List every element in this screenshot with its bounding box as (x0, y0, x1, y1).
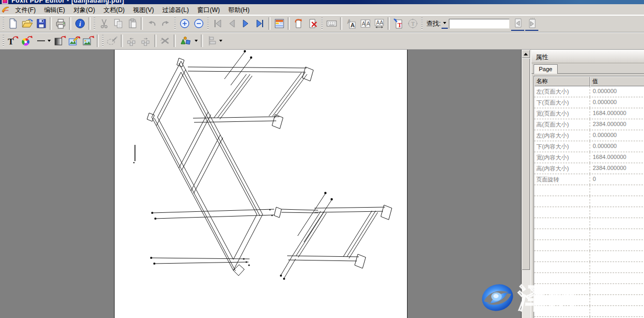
document-info-button[interactable]: i (73, 17, 86, 30)
table-row[interactable]: 左(页面大小) 0.000000 (534, 86, 644, 97)
document-canvas[interactable] (0, 50, 521, 318)
property-value[interactable]: 0.000000 (590, 97, 644, 108)
last-page-button[interactable] (253, 17, 266, 30)
page-thumbnails-button[interactable] (273, 17, 286, 30)
toolbar-drag-handle[interactable] (3, 35, 4, 47)
table-row[interactable]: 宽(页面大小) 1684.000000 (534, 108, 644, 119)
delete-page-button[interactable] (306, 17, 319, 30)
toolbar-drag-handle[interactable] (3, 18, 4, 30)
menu-item[interactable]: 窗口(W) (193, 5, 224, 15)
property-value[interactable]: 0.000000 (590, 141, 644, 152)
paste-button[interactable] (126, 17, 139, 30)
property-value[interactable]: 2384.000000 (590, 119, 644, 130)
first-page-button[interactable] (211, 17, 224, 30)
insert-text-button[interactable]: T (392, 17, 405, 30)
property-value[interactable]: 0 (590, 174, 644, 185)
previous-page-button[interactable] (225, 17, 238, 30)
find-previous-button[interactable] (511, 17, 524, 31)
property-value[interactable] (590, 196, 644, 207)
scroll-up-button[interactable] (522, 50, 530, 58)
table-row[interactable] (534, 229, 644, 240)
align-objects-button[interactable] (205, 35, 224, 48)
open-file-button[interactable] (20, 17, 33, 30)
table-row[interactable] (534, 185, 644, 196)
toolbar-drag-handle[interactable] (174, 18, 176, 30)
find-next-button[interactable] (525, 17, 538, 31)
delete-object-button[interactable] (159, 35, 172, 48)
table-row[interactable] (534, 196, 644, 207)
menu-item[interactable]: 文档(D) (99, 5, 129, 15)
property-value[interactable]: 0.000000 (590, 86, 644, 97)
property-value[interactable]: 1684.000000 (590, 152, 644, 163)
rotate-object-right-button[interactable] (139, 35, 152, 48)
menu-item[interactable]: 编辑(E) (40, 5, 69, 15)
property-value[interactable] (590, 284, 644, 294)
copy-button[interactable] (111, 17, 125, 30)
table-row[interactable] (534, 218, 644, 229)
column-header-value[interactable]: 值 (590, 76, 644, 86)
property-value[interactable] (590, 207, 644, 218)
property-value[interactable] (590, 295, 644, 305)
table-row[interactable] (534, 284, 644, 295)
toolbar-drag-handle[interactable] (94, 18, 95, 30)
next-page-button[interactable] (239, 17, 252, 30)
property-value[interactable] (590, 185, 644, 196)
table-row[interactable]: 高(内容大小) 2384.000000 (534, 163, 644, 174)
find-input[interactable] (449, 19, 510, 29)
table-row[interactable] (534, 306, 644, 317)
menu-item[interactable]: 对象(O) (69, 5, 99, 15)
property-value[interactable]: 0.000000 (590, 130, 644, 141)
insert-rectangle-button[interactable] (53, 35, 66, 48)
undo-button[interactable] (145, 17, 158, 30)
table-row[interactable] (534, 207, 644, 218)
draw-shape-button[interactable] (106, 35, 119, 48)
property-value[interactable]: 1684.000000 (590, 108, 644, 119)
vertical-scrollbar[interactable] (521, 50, 530, 318)
column-header-name[interactable]: 名称 (534, 76, 590, 86)
table-row[interactable]: 宽(内容大小) 1684.000000 (534, 152, 644, 163)
toolbar-drag-handle[interactable] (421, 18, 423, 30)
replace-font-button[interactable]: AA (344, 17, 357, 30)
table-row[interactable] (534, 240, 644, 251)
cut-button[interactable] (97, 17, 110, 30)
table-row[interactable] (534, 251, 644, 262)
menu-item[interactable]: 帮助(H) (224, 5, 254, 15)
property-value[interactable] (590, 273, 644, 283)
print-button[interactable] (54, 17, 67, 30)
table-row[interactable]: 下(内容大小) 0.000000 (534, 141, 644, 152)
table-row[interactable]: 左(内容大小) 0.000000 (534, 130, 644, 141)
compare-fonts-button[interactable]: AA (358, 17, 371, 30)
toolbar-drag-handle[interactable] (102, 35, 104, 47)
find-dropdown-button[interactable] (442, 18, 448, 29)
table-row[interactable]: 高(页面大小) 2384.000000 (534, 119, 644, 130)
table-row[interactable]: 下(页面大小) 0.000000 (534, 97, 644, 108)
menu-item[interactable]: 文件(F) (11, 5, 40, 15)
property-value[interactable] (590, 218, 644, 229)
new-document-button[interactable] (6, 17, 19, 30)
object-styles-button[interactable] (178, 35, 199, 48)
menu-item[interactable]: 视图(V) (129, 5, 158, 15)
property-value[interactable] (590, 229, 644, 240)
scrollbar-thumb[interactable] (522, 58, 530, 270)
menu-item[interactable]: 过滤器(L) (158, 5, 193, 15)
insert-image-button[interactable] (82, 35, 95, 48)
save-file-button[interactable] (35, 17, 48, 30)
tab-page[interactable]: Page (534, 64, 558, 74)
toolbar-drag-handle[interactable] (321, 18, 323, 30)
insert-line-button[interactable] (35, 35, 52, 48)
rotate-object-left-button[interactable] (125, 35, 138, 48)
table-row[interactable] (534, 262, 644, 273)
redo-button[interactable] (159, 17, 172, 30)
zoom-out-button[interactable] (192, 17, 205, 30)
letter-spacing-button[interactable]: AA (372, 17, 386, 30)
virtual-keyboard-button[interactable] (325, 17, 338, 30)
property-value[interactable] (590, 262, 644, 272)
text-orientation-button[interactable]: T (406, 17, 419, 30)
property-value[interactable] (590, 306, 644, 316)
property-value[interactable]: 2384.000000 (590, 163, 644, 174)
table-row[interactable] (534, 295, 644, 306)
property-value[interactable] (590, 251, 644, 262)
property-value[interactable] (590, 240, 644, 251)
table-row[interactable]: 页面旋转 0 (534, 174, 644, 185)
pdf-page[interactable] (114, 50, 408, 318)
